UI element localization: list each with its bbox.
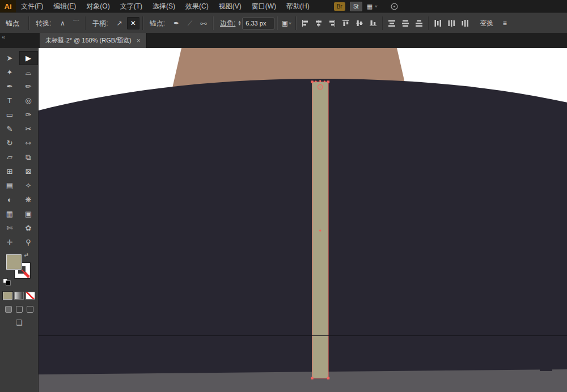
tool-lasso[interactable]: ⌓ <box>19 65 38 79</box>
workspace-icon: ▦ <box>367 3 373 10</box>
tool-paintbrush[interactable]: ✑ <box>19 108 38 122</box>
anchor-top-left[interactable] <box>311 80 313 83</box>
draw-behind-button[interactable] <box>16 306 23 313</box>
fill-color-swatch[interactable] <box>6 254 22 270</box>
illustrator-window: Ai 文件(F) 编辑(E) 对象(O) 文字(T) 选择(S) 效果(C) 视… <box>0 0 567 392</box>
tool-width[interactable]: ⇿ <box>19 136 38 150</box>
menu-edit[interactable]: 编辑(E) <box>48 0 81 12</box>
convert-to-corner-button[interactable]: ∧ <box>56 17 69 29</box>
align-top-button[interactable] <box>340 17 352 29</box>
distribute-bottom-button[interactable] <box>413 17 425 29</box>
tool-mesh[interactable]: ⊠ <box>19 164 38 178</box>
separator <box>277 16 277 30</box>
align-left-button[interactable] <box>299 17 311 29</box>
menu-help[interactable]: 帮助(H) <box>281 0 315 12</box>
isolate-object-button[interactable]: ▣˅ <box>280 17 293 29</box>
tool-type[interactable]: T <box>1 93 19 108</box>
tool-eyedropper[interactable]: ✧ <box>19 178 38 193</box>
object-center-point[interactable] <box>319 229 321 232</box>
menu-object[interactable]: 对象(O) <box>81 0 115 12</box>
tool-symbol-sprayer[interactable]: ❋ <box>19 193 38 207</box>
separator <box>28 16 29 30</box>
transform-link[interactable]: 变换 <box>475 19 498 28</box>
cut-path-button[interactable]: ⟋ <box>184 17 196 29</box>
artboard-canvas[interactable] <box>39 48 567 392</box>
distribute-right-button[interactable] <box>459 17 471 29</box>
corner-radius-input[interactable]: 6.33 px <box>242 18 274 29</box>
gradient-button[interactable] <box>14 292 24 300</box>
tool-magic-wand[interactable]: ✦ <box>1 65 19 79</box>
default-fill-stroke-icon[interactable] <box>3 278 11 285</box>
draw-normal-button[interactable] <box>5 306 12 313</box>
distribute-vertical-center-button[interactable] <box>399 17 412 29</box>
anchor-top-right[interactable] <box>327 80 329 83</box>
tool-free-transform[interactable]: ▱ <box>1 150 19 164</box>
separator <box>382 16 383 30</box>
collapse-toolbar-button[interactable]: « <box>2 34 5 40</box>
tool-hand[interactable]: ✛ <box>1 235 19 249</box>
seam-line-shape[interactable] <box>39 335 567 336</box>
document-tab[interactable]: 未标题-2* @ 150% (RGB/预览) × <box>40 33 147 48</box>
draw-inside-button[interactable] <box>27 306 33 313</box>
tool-slice[interactable]: ✄ <box>1 221 19 235</box>
anchor-bottom-left[interactable] <box>311 377 313 379</box>
tool-rotate[interactable]: ↻ <box>1 136 19 150</box>
tool-gradient[interactable]: ▤ <box>1 178 19 193</box>
show-handles-button[interactable]: ↗ <box>113 17 126 29</box>
tool-line-segment[interactable]: ◎ <box>19 93 38 108</box>
connect-anchors-button[interactable]: ⧟ <box>197 17 210 29</box>
align-bottom-button[interactable] <box>367 17 379 29</box>
separator <box>85 16 86 30</box>
align-right-button[interactable] <box>326 17 338 29</box>
distribute-top-button[interactable] <box>386 17 398 29</box>
none-button[interactable] <box>26 292 35 300</box>
convert-to-smooth-button[interactable]: ⌒ <box>70 17 82 29</box>
share-screen-icon[interactable] <box>390 2 399 11</box>
menu-effect[interactable]: 效果(C) <box>180 0 214 12</box>
chevron-down-icon: ˅ <box>375 4 378 9</box>
anchor-bottom-right[interactable] <box>327 377 329 379</box>
tool-artboard[interactable]: ▣ <box>19 207 38 221</box>
tool-pen[interactable]: ✒ <box>1 79 19 93</box>
tool-rectangle[interactable]: ▭ <box>1 108 19 122</box>
distribute-horizontal-center-button[interactable] <box>445 17 458 29</box>
stepper-down-icon[interactable]: ▼ <box>238 23 241 26</box>
menu-window[interactable]: 窗口(W) <box>247 0 281 12</box>
align-horizontal-center-button[interactable] <box>312 17 325 29</box>
corner-stepper[interactable]: ▲ ▼ <box>238 20 241 26</box>
menu-view[interactable]: 视图(V) <box>214 0 247 12</box>
corner-link[interactable]: 边角: <box>215 19 238 28</box>
corner-mark-shape[interactable] <box>540 365 552 371</box>
tool-shaper[interactable]: ✿ <box>19 221 38 235</box>
screen-mode-button[interactable]: ❏ <box>0 318 38 327</box>
menu-type[interactable]: 文字(T) <box>115 0 147 12</box>
tool-perspective-grid[interactable]: ⊞ <box>1 164 19 178</box>
hide-handles-button[interactable]: ✕ <box>127 17 139 29</box>
tool-direct-selection[interactable]: ▶ <box>19 51 38 65</box>
anchor-dot[interactable] <box>315 80 316 82</box>
close-tab-icon[interactable]: × <box>137 37 141 45</box>
align-vertical-center-button[interactable] <box>353 17 366 29</box>
tool-zoom[interactable]: ⚲ <box>19 235 38 249</box>
swap-fill-stroke-icon[interactable]: ⇄ <box>24 252 29 258</box>
color-button[interactable] <box>3 292 12 300</box>
menu-file[interactable]: 文件(F) <box>16 0 48 12</box>
tool-selection[interactable]: ➤ <box>1 51 19 65</box>
coat-shape[interactable] <box>39 79 567 392</box>
menu-select[interactable]: 选择(S) <box>147 0 180 12</box>
tool-scissors[interactable]: ✂ <box>19 122 38 136</box>
panel-menu-button[interactable]: ≡ <box>498 17 511 29</box>
anchor-dot[interactable] <box>324 80 325 82</box>
tool-curvature[interactable]: ✏ <box>19 79 38 93</box>
tool-column-graph[interactable]: ▦ <box>1 207 19 221</box>
hide-handles-icon: ✕ <box>130 19 136 27</box>
stock-button[interactable]: St <box>350 2 362 11</box>
anchor-dot[interactable] <box>319 80 321 82</box>
distribute-left-button[interactable] <box>431 17 444 29</box>
bridge-button[interactable]: Br <box>334 2 345 11</box>
tool-pencil[interactable]: ✎ <box>1 122 19 136</box>
workspace-switcher[interactable]: ▦˅ <box>367 3 378 10</box>
tool-blend[interactable]: ◐ <box>1 193 19 207</box>
tool-shape-builder[interactable]: ⧉ <box>19 150 38 164</box>
remove-anchor-button[interactable]: ✒ <box>170 17 183 29</box>
